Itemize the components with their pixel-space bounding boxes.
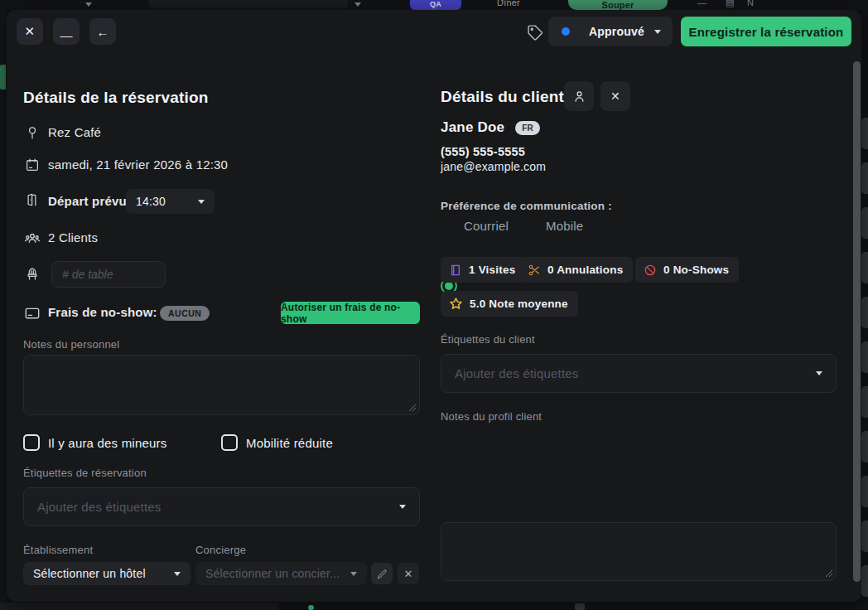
chevron-down-icon: [85, 2, 92, 7]
guests-count: 2 Clients: [48, 230, 98, 244]
background-left-strip: [0, 10, 7, 602]
reservation-title: Détails de la réservation: [23, 89, 209, 107]
client-tags-placeholder: Ajouter des étiquettes: [455, 366, 816, 380]
table-icon: [25, 267, 40, 285]
establishment-value: Sélectionner un hôtel: [33, 567, 174, 580]
chevron-down-icon: [354, 2, 361, 7]
concierge-placeholder: Sélectionner un concier...: [205, 567, 350, 580]
client-phone: (555) 555-5555: [441, 145, 525, 158]
profile-notes-label: Notes du profil client: [441, 410, 542, 423]
venue-name: Rez Café: [48, 125, 101, 139]
save-reservation-button[interactable]: Enregistrer la réservation: [681, 17, 851, 46]
radio-courriel-label: Courriel: [464, 219, 509, 233]
pencil-icon: [377, 569, 388, 579]
reservation-modal: ✕ — ← Approuvé Enregistrer la réservatio…: [7, 10, 861, 602]
authorize-fee-button[interactable]: Autoriser un frais de no-show: [281, 302, 420, 324]
status-dot-icon: [562, 27, 570, 36]
establishment-select[interactable]: Sélectionner un hôtel: [23, 562, 190, 585]
chevron-down-icon: [654, 30, 661, 34]
tab-souper[interactable]: Souper: [568, 0, 668, 10]
client-profile-button[interactable]: [564, 81, 594, 111]
minimize-icon: —: [60, 28, 72, 42]
star-icon: [449, 297, 463, 311]
no-shows-badge: 0 No-Shows: [635, 257, 739, 283]
staff-notes-textarea[interactable]: [23, 355, 420, 415]
close-icon: ✕: [25, 24, 36, 39]
minors-checkbox-label: Il y aura des mineurs: [48, 436, 166, 450]
background-gray-nub: [575, 603, 585, 610]
tag-icon[interactable]: [527, 24, 543, 41]
background-green-dot: [308, 605, 314, 610]
background-left-reservation-block: [0, 65, 6, 90]
departure-time-select[interactable]: 14:30: [126, 189, 215, 214]
credit-card-icon: [24, 305, 41, 325]
minors-checkbox[interactable]: [23, 434, 40, 451]
client-title: Détails du client: [441, 88, 564, 106]
mobility-checkbox[interactable]: [221, 434, 238, 451]
status-label: Approuvé: [579, 25, 654, 38]
client-tags-dropdown[interactable]: Ajouter des étiquettes: [441, 354, 837, 393]
visits-badge: 1 Visites: [441, 257, 525, 283]
no-show-fee-badge: AUCUN: [160, 306, 210, 321]
clear-client-button[interactable]: ✕: [600, 81, 630, 111]
table-number-input[interactable]: [51, 261, 166, 288]
close-button[interactable]: ✕: [17, 18, 43, 45]
cancellations-label: 0 Annulations: [547, 264, 623, 276]
resize-handle-icon[interactable]: [408, 404, 417, 412]
rating-badge: 5.0 Note moyenne: [441, 291, 578, 317]
rating-label: 5.0 Note moyenne: [470, 298, 568, 310]
calendar-icon: [25, 157, 40, 176]
background-search-field[interactable]: [149, 0, 348, 8]
comm-pref-label: Préférence de communication :: [441, 200, 612, 212]
close-icon: ✕: [403, 568, 412, 580]
background-topbar: QA Dîner Souper — ▤ N: [0, 0, 868, 10]
visits-label: 1 Visites: [469, 264, 515, 276]
departure-time-value: 14:30: [136, 195, 198, 208]
tab-diner[interactable]: Dîner: [497, 0, 520, 7]
chevron-down-icon: [816, 371, 822, 375]
profile-notes-textarea[interactable]: [441, 522, 837, 581]
cancellations-badge: 0 Annulations: [519, 257, 633, 283]
resize-handle-icon[interactable]: [825, 569, 833, 578]
chevron-down-icon: [399, 505, 406, 509]
client-name: Jane Doe: [441, 119, 504, 136]
establishment-label: Établissement: [23, 544, 93, 556]
edit-concierge-button[interactable]: [371, 563, 393, 584]
reservation-datetime: samedi, 21 février 2026 à 12:30: [48, 157, 228, 172]
language-badge: FR: [515, 121, 540, 135]
book-icon: [449, 264, 462, 277]
reservation-tags-label: Étiquettes de réservation: [23, 467, 147, 479]
concierge-label: Concierge: [195, 544, 246, 556]
departure-label: Départ prévu: [48, 194, 127, 208]
reservation-tags-dropdown[interactable]: Ajouter des étiquettes: [23, 487, 420, 526]
guests-icon: [24, 230, 41, 250]
scrollbar-thumb[interactable]: [853, 61, 861, 582]
mobility-checkbox-label: Mobilité réduite: [246, 436, 333, 450]
background-bottom-row: [0, 603, 278, 610]
door-open-icon: [25, 192, 40, 211]
scissors-icon: [528, 264, 541, 277]
status-dropdown[interactable]: Approuvé: [548, 17, 673, 46]
client-email: jane@example.com: [441, 160, 546, 173]
grid-icon[interactable]: ▤: [726, 0, 735, 8]
chevron-down-icon: [350, 572, 357, 576]
user-icon: [572, 90, 586, 104]
back-button[interactable]: ←: [89, 18, 116, 45]
background-right-column: [861, 10, 868, 602]
client-tags-label: Étiquettes du client: [441, 333, 535, 346]
clear-concierge-button[interactable]: ✕: [398, 563, 419, 584]
list-icon[interactable]: —: [697, 0, 706, 7]
minimize-button[interactable]: —: [53, 18, 80, 45]
back-icon: ←: [96, 25, 108, 39]
reservation-tags-placeholder: Ajouter des étiquettes: [37, 500, 399, 514]
chevron-down-icon: [174, 572, 181, 576]
chevron-down-icon: [198, 200, 205, 204]
concierge-select[interactable]: Sélectionner un concier...: [195, 562, 367, 585]
no-entry-icon: [644, 264, 657, 277]
radio-mobile-label: Mobile: [546, 219, 583, 233]
screen: QA Dîner Souper — ▤ N ✕ — ←: [0, 0, 868, 610]
location-pin-icon: [25, 125, 40, 143]
close-icon: ✕: [610, 90, 620, 103]
background-partial-text: N: [747, 0, 754, 7]
qa-button[interactable]: QA: [410, 0, 461, 10]
